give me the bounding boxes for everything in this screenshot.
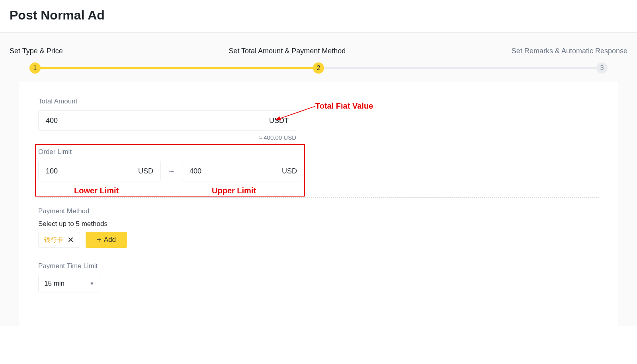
step-label-1: Set Type & Price	[10, 47, 63, 55]
lower-limit-input[interactable]	[46, 167, 138, 175]
annotation-upper-limit: Upper Limit	[212, 186, 256, 195]
step-track: 1 2 3	[35, 62, 602, 74]
payment-method-label: Payment Method	[38, 207, 599, 215]
step-dot-1[interactable]: 1	[29, 62, 41, 74]
page-title: Post Normal Ad	[10, 8, 627, 23]
add-button-label: Add	[104, 236, 116, 244]
total-approx-value: ≈ 400.00 USD	[38, 134, 296, 141]
payment-method-chip-name: 银行卡	[44, 236, 63, 244]
total-amount-input-wrap[interactable]: USDT	[38, 110, 296, 131]
form-card: Total Amount USDT ≈ 400.00 USD Order Lim…	[19, 82, 618, 326]
step-label-3: Set Remarks & Automatic Response	[512, 47, 627, 55]
step-label-2: Set Total Amount & Payment Method	[229, 47, 346, 55]
remove-method-icon[interactable]: ✕	[67, 236, 74, 244]
step-dot-2[interactable]: 2	[313, 62, 324, 74]
chevron-down-icon: ▼	[90, 281, 94, 286]
track-line-fill	[35, 67, 318, 69]
total-amount-input[interactable]	[46, 117, 269, 125]
upper-limit-input-wrap[interactable]: USD	[182, 161, 305, 181]
upper-limit-currency: USD	[282, 167, 297, 175]
add-payment-method-button[interactable]: + Add	[86, 232, 127, 248]
payment-time-limit-value: 15 min	[44, 280, 64, 288]
step-dot-3[interactable]: 3	[596, 62, 608, 74]
limit-separator: ∼	[168, 166, 175, 176]
payment-time-limit-select[interactable]: 15 min ▼	[38, 275, 100, 292]
lower-limit-currency: USD	[138, 167, 153, 175]
payment-method-sublabel: Select up to 5 methods	[38, 220, 599, 228]
plus-icon: +	[97, 236, 102, 245]
lower-limit-input-wrap[interactable]: USD	[38, 161, 161, 181]
section-divider	[38, 197, 599, 198]
payment-method-chip: 银行卡 ✕	[38, 232, 80, 248]
total-amount-label: Total Amount	[38, 97, 599, 105]
annotation-lower-limit: Lower Limit	[74, 186, 119, 195]
upper-limit-input[interactable]	[190, 167, 282, 175]
total-amount-currency: USDT	[269, 117, 289, 125]
order-limit-section: Order Limit USD ∼ USD Lower Limit Upper …	[38, 148, 599, 198]
payment-time-limit-label: Payment Time Limit	[38, 262, 599, 270]
order-limit-label: Order Limit	[38, 148, 599, 156]
